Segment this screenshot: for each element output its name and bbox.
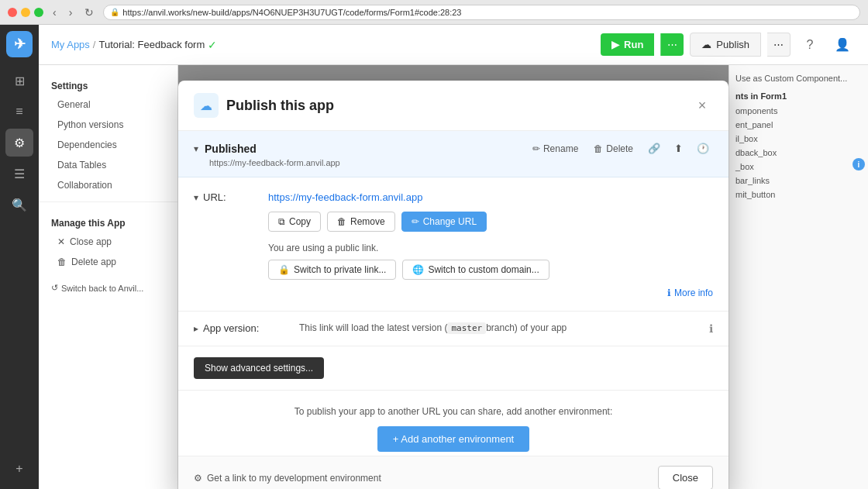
panel-item-deps[interactable]: Dependencies (39, 135, 177, 155)
history-icon-button[interactable]: 🕐 (693, 140, 713, 157)
app-shell: ✈ ⊞ ≡ ⚙ ☰ 🔍 + My Apps / Tutorial: Feedba… (0, 25, 868, 489)
browser-max-btn[interactable] (34, 8, 43, 17)
rename-pencil-icon: ✏ (532, 143, 540, 154)
modal-close-button[interactable]: × (691, 95, 713, 116)
published-label: Published (205, 143, 257, 155)
python-label: Python versions (57, 119, 123, 130)
publish-button[interactable]: ☁ Publish (690, 33, 761, 57)
panel-item-collab[interactable]: Collaboration (39, 175, 177, 195)
run-button[interactable]: ▶ Run (601, 33, 654, 56)
add-env-button[interactable]: + Add another environment (377, 426, 529, 452)
change-url-button[interactable]: ✏ Change URL (401, 212, 487, 232)
sidebar-item-data[interactable]: ≡ (5, 98, 33, 126)
address-bar[interactable]: 🔒 https://anvil.works/new-build/apps/N4O… (103, 5, 860, 20)
info-icon: ℹ (667, 288, 671, 298)
right-panel-content-panel[interactable]: ent_panel (735, 118, 862, 132)
data-label: Data Tables (57, 160, 106, 170)
rename-label: Rename (543, 143, 578, 154)
more-info-label: More info (674, 288, 713, 298)
use-as-component-item[interactable]: Use as Custom Component... (735, 71, 862, 85)
switch-back-label: Switch back to Anvil... (61, 284, 143, 293)
delete-button[interactable]: 🗑 Delete (589, 141, 638, 157)
right-panel-components-item[interactable]: omponents (735, 104, 862, 118)
copy-icon: ⧉ (278, 216, 285, 227)
copy-button[interactable]: ⧉ Copy (268, 212, 321, 232)
right-panel-submit-button[interactable]: mit_button (735, 188, 862, 201)
panel-item-python[interactable]: Python versions (39, 115, 177, 135)
switch-custom-button[interactable]: 🌐 Switch to custom domain... (402, 260, 549, 280)
delete-app-icon: 🗑 (57, 257, 67, 267)
right-panel-items-title: nts in Form1 (735, 91, 862, 101)
add-env-text: To publish your app to another URL you c… (194, 406, 713, 417)
version-chevron[interactable]: ▸ (194, 323, 198, 334)
version-text: This link will load the latest version (… (299, 322, 697, 333)
url-buttons: ⧉ Copy 🗑 Remove (268, 212, 713, 232)
publish-more-button[interactable]: ⋯ (767, 33, 790, 57)
breadcrumb-sep: / (93, 39, 96, 50)
published-url: https://my-feedback-form.anvil.app (194, 158, 713, 167)
app-logo[interactable]: ✈ (6, 31, 33, 57)
browser-forward-btn[interactable]: › (66, 5, 76, 20)
icon-bar: ✈ ⊞ ≡ ⚙ ☰ 🔍 + (0, 25, 39, 489)
panel-item-delete-app[interactable]: 🗑 Delete app (39, 252, 177, 272)
published-chevron[interactable]: ▾ (194, 143, 198, 154)
main-area: My Apps / Tutorial: Feedback form ✓ ▶ Ru… (39, 25, 868, 489)
url-more-info[interactable]: ℹ More info (268, 288, 713, 298)
right-panel-use-component: Use as Custom Component... (735, 71, 862, 85)
rename-button[interactable]: ✏ Rename (528, 141, 583, 157)
run-more-button[interactable]: ⋯ (660, 33, 684, 56)
published-header: ▾ Published ✏ Rename 🗑 (194, 140, 713, 157)
version-code: master (447, 322, 486, 334)
modal-cloud-icon: ☁ (194, 93, 219, 118)
run-label: Run (624, 39, 643, 50)
sidebar-item-settings[interactable]: ⚙ (5, 129, 33, 157)
close-modal-button[interactable]: Close (658, 466, 713, 489)
panel-item-data[interactable]: Data Tables (39, 155, 177, 175)
sidebar-item-add[interactable]: + (5, 455, 33, 483)
browser-back-btn[interactable]: ‹ (50, 5, 60, 20)
browser-refresh-btn[interactable]: ↻ (81, 5, 97, 20)
manage-section: Manage this App ✕ Close app 🗑 Delete app (39, 208, 177, 278)
advanced-settings-button[interactable]: Show advanced settings... (194, 357, 324, 379)
modal-overlay: ☁ Publish this app × ▾ Published (178, 65, 728, 489)
panel-item-close-app[interactable]: ✕ Close app (39, 232, 177, 252)
right-panel-navbar-links[interactable]: bar_links (735, 174, 862, 188)
delete-label: Delete (606, 143, 633, 154)
version-info-icon[interactable]: ℹ (709, 322, 713, 335)
right-panel-feedback-box[interactable]: dback_box (735, 146, 862, 160)
sidebar-item-grid[interactable]: ⊞ (5, 67, 33, 95)
version-text-after: branch) of your app (486, 322, 567, 333)
sidebar-item-search[interactable]: 🔍 (5, 191, 33, 219)
link-icon-button[interactable]: 🔗 (644, 140, 664, 157)
center-area: ☁ Publish this app × ▾ Published (178, 65, 728, 489)
remove-button[interactable]: 🗑 Remove (327, 212, 395, 232)
url-label: URL: (203, 191, 226, 203)
deps-label: Dependencies (57, 139, 117, 150)
remove-trash-icon: 🗑 (337, 216, 346, 227)
switch-private-button[interactable]: 🔒 Switch to private link... (268, 260, 396, 280)
sidebar-item-menu[interactable]: ☰ (5, 160, 33, 188)
panel-item-general[interactable]: General (39, 95, 177, 115)
url-link[interactable]: https://my-feedback-form.anvil.app (268, 191, 422, 203)
user-button[interactable]: 👤 (829, 32, 856, 58)
url-chevron[interactable]: ▾ (194, 192, 198, 203)
cloud-icon: ☁ (701, 39, 711, 50)
version-label: App version: (203, 322, 259, 334)
modal-header: ☁ Publish this app × (178, 81, 728, 131)
advanced-section: Show advanced settings... (178, 346, 728, 390)
browser-close-btn[interactable] (8, 8, 17, 17)
switch-back-item[interactable]: ↺ Switch back to Anvil... (39, 278, 177, 298)
dev-link-text: ⚙ Get a link to my development environme… (194, 473, 381, 484)
breadcrumb-apps[interactable]: My Apps (51, 39, 90, 50)
publish-label: Publish (716, 39, 749, 50)
help-button[interactable]: ? (797, 32, 823, 58)
modal-dev-footer: ⚙ Get a link to my development environme… (178, 456, 728, 489)
browser-min-btn[interactable] (21, 8, 30, 17)
right-panel-fill-box[interactable]: il_box (735, 132, 862, 146)
share-icon-button[interactable]: ⬆ (670, 140, 687, 157)
switch-custom-label: Switch to custom domain... (428, 264, 539, 275)
lock-icon: 🔒 (278, 264, 290, 275)
domain-buttons: 🔒 Switch to private link... 🌐 Switch to … (268, 260, 713, 280)
right-panel-a-box[interactable]: _box (735, 160, 862, 174)
version-label-col: ▸ App version: (194, 322, 287, 334)
